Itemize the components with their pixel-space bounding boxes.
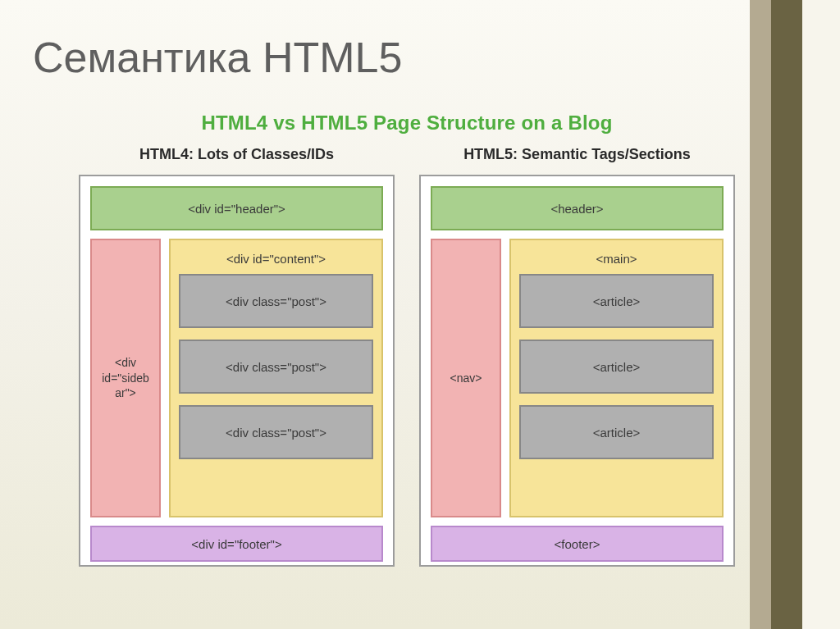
post-block: <div class="post">	[179, 340, 373, 394]
slide-title: Семантика HTML5	[33, 33, 402, 82]
post-block: <div class="post">	[179, 405, 373, 459]
column-html4: HTML4: Lots of Classes/IDs <div id="head…	[79, 146, 395, 567]
post-list-html4: <div class="post"> <div class="post"> <d…	[179, 274, 373, 459]
article-block: <article>	[519, 274, 714, 328]
body-row-html5: <nav> <main> <article> <article> <articl…	[431, 239, 724, 517]
main-block-html4: <div id="content"> <div class="post"> <d…	[169, 239, 383, 517]
diagram-columns: HTML4: Lots of Classes/IDs <div id="head…	[79, 146, 735, 567]
decorative-stripe	[750, 0, 840, 629]
main-label-html5: <main>	[519, 247, 714, 274]
column-html4-title: HTML4: Lots of Classes/IDs	[79, 146, 395, 163]
layout-frame-html5: <header> <nav> <main> <article> <article…	[419, 175, 735, 567]
diagram: HTML4 vs HTML5 Page Structure on a Blog …	[79, 107, 735, 567]
diagram-title: HTML4 vs HTML5 Page Structure on a Blog	[79, 112, 735, 134]
main-block-html5: <main> <article> <article> <article>	[509, 239, 724, 517]
body-row-html4: <div id="sideb ar"> <div id="content"> <…	[90, 239, 383, 517]
sidebar-block-html5: <nav>	[431, 239, 501, 517]
sidebar-block-html4: <div id="sideb ar">	[90, 239, 161, 517]
layout-frame-html4: <div id="header"> <div id="sideb ar"> <d…	[79, 175, 395, 567]
post-list-html5: <article> <article> <article>	[519, 274, 714, 459]
article-block: <article>	[519, 405, 714, 459]
footer-block-html5: <footer>	[431, 526, 724, 562]
header-block-html5: <header>	[431, 186, 724, 230]
article-block: <article>	[519, 340, 714, 394]
post-block: <div class="post">	[179, 274, 373, 328]
column-html5: HTML5: Semantic Tags/Sections <header> <…	[419, 146, 735, 567]
slide: Семантика HTML5 HTML4 vs HTML5 Page Stru…	[0, 0, 840, 629]
header-block-html4: <div id="header">	[90, 186, 383, 230]
footer-block-html4: <div id="footer">	[90, 526, 383, 562]
main-label-html4: <div id="content">	[179, 247, 373, 274]
column-html5-title: HTML5: Semantic Tags/Sections	[419, 146, 735, 163]
